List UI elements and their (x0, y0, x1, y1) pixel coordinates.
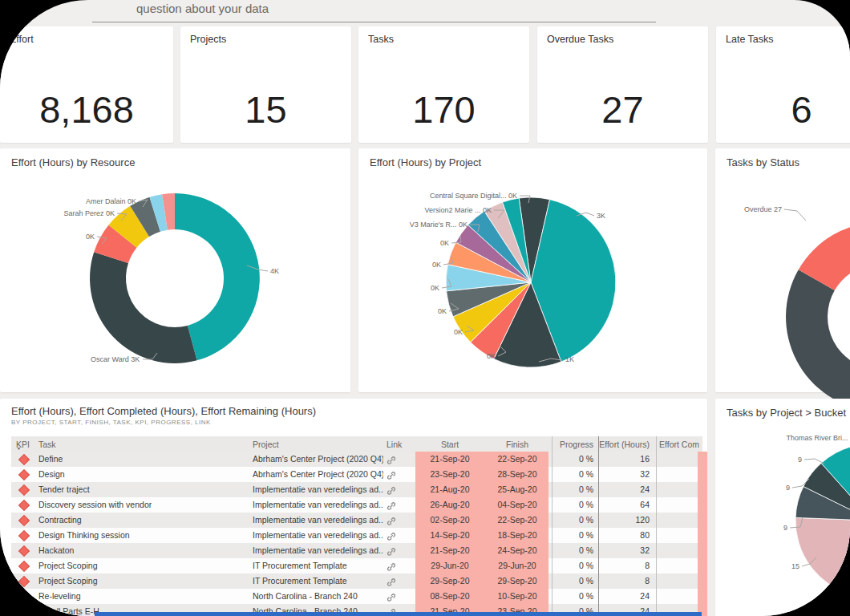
link-icon[interactable] (387, 561, 396, 570)
cell-start: 21-Sep-20 (415, 543, 484, 558)
chart-callout-label: Oscar Ward 3K (91, 355, 140, 363)
pie-slice[interactable] (795, 517, 850, 594)
table-row[interactable]: Re-levelingNorth Carolina - Branch 24008… (0, 589, 707, 604)
table-card-effort-detail[interactable]: Effort (Hours), Effort Completed (Hours)… (0, 399, 707, 616)
chart-card-effort-by-resource[interactable]: Effort (Hours) by Resource Amer Dalain 0… (0, 148, 350, 392)
column-header-effort-completed[interactable]: Effort Com (659, 440, 699, 449)
cell-progress: 0 % (552, 452, 593, 467)
cell-task: Define (38, 452, 63, 467)
table-row[interactable]: Design Thinking sessionImplementatie van… (0, 528, 707, 543)
cell-progress: 0 % (552, 573, 593, 589)
chart-callout-label: 0K (432, 261, 441, 269)
kpi-value: 6 (716, 87, 850, 132)
column-header-task[interactable]: Task (38, 440, 56, 449)
column-header-start[interactable]: Start (415, 440, 484, 449)
chart-callout-label: 9 (783, 524, 787, 532)
cell-start: 14-Sep-20 (415, 528, 484, 543)
column-header-project[interactable]: Project (253, 440, 279, 449)
chart-card-tasks-by-bucket[interactable]: Tasks by Project > Bucket Thomas River B… (715, 399, 850, 616)
cell-start: 29-Sep-20 (415, 573, 484, 589)
kpi-card-overdue-tasks[interactable]: Overdue Tasks 27 (537, 26, 708, 143)
link-icon[interactable] (387, 500, 396, 509)
link-icon[interactable] (387, 545, 396, 555)
cell-progress: 0 % (552, 543, 593, 558)
callout-leader-line (784, 209, 806, 221)
cell-project: Implementatie van veredelings ad... (253, 528, 383, 543)
column-header-link[interactable]: Link (387, 440, 402, 449)
chart-callout-label: 3K (597, 212, 605, 220)
kpi-card-projects[interactable]: Projects 15 (180, 26, 351, 143)
chart-callout-label: 4K (270, 267, 279, 275)
chart-callout-label: 0K (440, 239, 449, 247)
table-row[interactable]: ContractingImplementatie van veredelings… (0, 513, 707, 528)
link-icon[interactable] (387, 515, 396, 525)
kpi-card-effort[interactable]: Effort 8,168 (0, 26, 173, 143)
cell-finish: 10-Sep-20 (486, 589, 548, 604)
link-icon[interactable] (387, 591, 396, 601)
cell-effort: 80 (597, 528, 650, 543)
date-highlight-cut (698, 589, 707, 604)
cell-effort: 32 (597, 543, 650, 558)
kpi-value: 27 (537, 87, 708, 132)
chart-card-effort-by-project[interactable]: Effort (Hours) by Project Central Square… (358, 148, 707, 392)
chart-callout-label: 9 (798, 456, 802, 464)
link-icon[interactable] (387, 484, 396, 494)
kpi-value: 15 (180, 87, 351, 132)
cell-task: Contracting (38, 513, 82, 528)
cell-task: Design Thinking session (38, 528, 130, 543)
chart-callout-label: 0K (487, 352, 496, 360)
cell-start: 21-Sep-20 (415, 452, 484, 467)
chart-callout-label: 0K (438, 307, 447, 315)
cell-finish: 18-Sep-20 (486, 528, 548, 543)
cell-start: 08-Sep-20 (415, 589, 484, 604)
column-header-progress[interactable]: Progress (552, 440, 593, 449)
table-row[interactable]: DesignAbrham's Center Project (2020 Q4)2… (0, 467, 707, 482)
link-icon[interactable] (387, 454, 396, 464)
pie-slice[interactable] (90, 252, 197, 363)
cell-finish: 24-Sep-20 (486, 543, 548, 558)
cell-start: 23-Sep-20 (415, 467, 484, 482)
cell-task: Tender traject (38, 482, 90, 497)
chart-callout-label: Thomas River Bri... 9 (786, 434, 850, 442)
table-body: DefineAbrham's Center Project (2020 Q4)2… (0, 452, 707, 616)
cell-effort: 8 (597, 558, 650, 573)
table-row[interactable]: Project ScopingIT Procurement Template29… (0, 558, 707, 573)
date-highlight-cut (698, 543, 707, 558)
table-row[interactable]: HackatonImplementatie van veredelings ad… (0, 543, 707, 558)
cell-finish: 29-Jun-20 (486, 558, 548, 573)
cell-task: Install Parts E-H (38, 604, 99, 616)
table-row[interactable]: Discovery session with vendorImplementat… (0, 497, 707, 513)
table-row[interactable]: DefineAbrham's Center Project (2020 Q4)2… (0, 452, 707, 467)
link-icon[interactable] (387, 530, 396, 540)
cell-project: Implementatie van veredelings ad... (253, 513, 383, 528)
chart-callout-label: 15 (791, 562, 799, 570)
column-header-finish[interactable]: Finish (486, 440, 548, 449)
kpi-card-tasks[interactable]: Tasks 170 (358, 26, 529, 143)
table-row[interactable]: Tender trajectImplementatie van veredeli… (0, 482, 707, 497)
cell-progress: 0 % (552, 497, 593, 513)
chart-card-tasks-by-status[interactable]: Tasks by Status Overdue 27 (715, 148, 850, 392)
donut-chart-tasks-by-status: Overdue 27 (715, 148, 850, 392)
link-icon[interactable] (387, 576, 396, 586)
date-highlight-cut (698, 528, 707, 543)
column-header-effort-hours[interactable]: Effort (Hours) (597, 440, 650, 449)
link-icon[interactable] (387, 469, 396, 479)
cell-start: 02-Sep-20 (415, 513, 484, 528)
kpi-card-late-tasks[interactable]: Late Tasks 6 (716, 26, 850, 143)
chart-callout-label: Sarah Perez 0K (63, 209, 115, 217)
chart-callout-label: Overdue 27 (744, 205, 782, 213)
date-highlight-cut (698, 482, 707, 497)
table-row[interactable]: Project ScopingIT Procurement Template29… (0, 573, 707, 589)
chart-callout-label: 1K (565, 355, 574, 363)
cell-progress: 0 % (552, 528, 593, 543)
cell-task: Hackaton (38, 543, 74, 558)
chart-callout-label: 0K (454, 328, 463, 336)
qa-search-bar[interactable]: question about your data (92, 0, 656, 22)
sort-descending-icon[interactable]: ▼ (17, 446, 21, 451)
pie-slice[interactable] (786, 270, 850, 411)
kpi-value: 8,168 (0, 87, 173, 132)
donut-chart-effort-by-resource: Amer Dalain 0KSarah Perez 0K0KOscar Ward… (0, 148, 350, 392)
cell-effort: 24 (597, 482, 650, 497)
cell-effort: 8 (597, 573, 650, 589)
cell-effort: 120 (597, 513, 650, 528)
